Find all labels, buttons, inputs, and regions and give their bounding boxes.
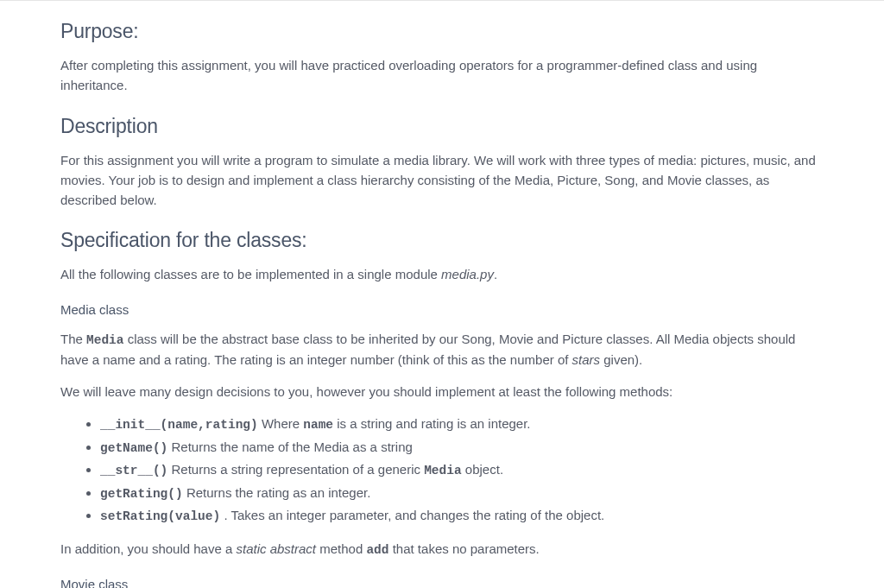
text: Where bbox=[258, 416, 304, 431]
text: The bbox=[60, 332, 86, 346]
text: object. bbox=[462, 462, 503, 477]
code-param: Media bbox=[424, 464, 462, 477]
text: . bbox=[494, 267, 497, 281]
specification-paragraph: All the following classes are to be impl… bbox=[60, 264, 824, 284]
module-name: media.py bbox=[441, 267, 494, 281]
text: All the following classes are to be impl… bbox=[60, 267, 441, 281]
code-method: setRating(value) bbox=[100, 509, 220, 523]
code-method: __str__() bbox=[100, 464, 167, 477]
list-item: __str__() Returns a string representatio… bbox=[100, 459, 824, 480]
code-method: getName() bbox=[100, 441, 167, 455]
em-static-abstract: static abstract bbox=[236, 541, 316, 556]
text: . Takes an integer parameter, and change… bbox=[220, 508, 604, 522]
text: In addition, you should have a bbox=[60, 541, 236, 556]
heading-specification: Specification for the classes: bbox=[60, 229, 824, 252]
methods-list: __init__(name,rating) Where name is a st… bbox=[60, 414, 824, 526]
heading-description: Description bbox=[60, 115, 824, 138]
media-class-paragraph-1: The Media class will be the abstract bas… bbox=[60, 329, 824, 370]
text: class will be the abstract base class to… bbox=[60, 332, 795, 367]
text: given). bbox=[600, 352, 642, 367]
code-method: __init__(name,rating) bbox=[100, 418, 258, 432]
list-item: setRating(value) . Takes an integer para… bbox=[100, 505, 824, 526]
code-method: getRating() bbox=[100, 487, 183, 501]
document-page: Purpose: After completing this assignmen… bbox=[0, 0, 884, 588]
list-item: getName() Returns the name of the Media … bbox=[100, 437, 824, 458]
list-item: __init__(name,rating) Where name is a st… bbox=[100, 414, 824, 434]
text: Returns a string representation of a gen… bbox=[167, 462, 424, 477]
media-class-paragraph-3: In addition, you should have a static ab… bbox=[60, 539, 824, 560]
purpose-paragraph: After completing this assignment, you wi… bbox=[60, 55, 824, 96]
code-param: name bbox=[303, 418, 333, 432]
description-paragraph: For this assignment you will write a pro… bbox=[60, 150, 824, 211]
text: Returns the name of the Media as a strin… bbox=[167, 439, 412, 454]
text: is a string and rating is an integer. bbox=[333, 416, 530, 431]
media-class-paragraph-2: We will leave many design decisions to y… bbox=[60, 382, 824, 401]
code-media: Media bbox=[86, 333, 124, 347]
heading-purpose: Purpose: bbox=[60, 20, 824, 43]
code-add: add bbox=[366, 543, 388, 557]
heading-movie-class: Movie class bbox=[60, 577, 824, 588]
text: that takes no parameters. bbox=[389, 541, 540, 556]
text: Returns the rating as an integer. bbox=[183, 485, 371, 500]
em-stars: stars bbox=[572, 352, 601, 367]
heading-media-class: Media class bbox=[60, 302, 824, 317]
text: method bbox=[316, 541, 366, 556]
list-item: getRating() Returns the rating as an int… bbox=[100, 483, 824, 503]
